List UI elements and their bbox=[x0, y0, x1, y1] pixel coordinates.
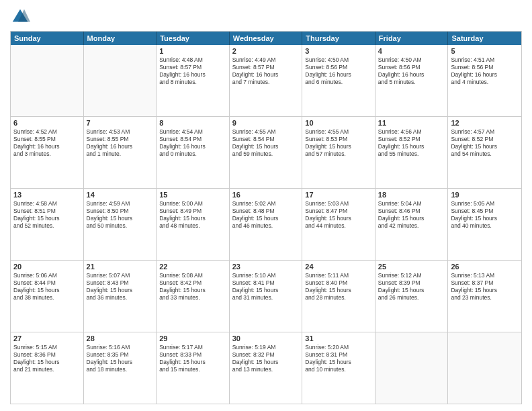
calendar-cell: 20Sunrise: 5:06 AM Sunset: 8:44 PM Dayli… bbox=[11, 261, 84, 332]
calendar-cell bbox=[11, 45, 84, 116]
calendar-cell: 8Sunrise: 4:54 AM Sunset: 8:54 PM Daylig… bbox=[157, 117, 230, 188]
cell-detail-text: Sunrise: 4:51 AM Sunset: 8:56 PM Dayligh… bbox=[451, 56, 519, 86]
cell-detail-text: Sunrise: 4:59 AM Sunset: 8:50 PM Dayligh… bbox=[87, 200, 154, 230]
cell-detail-text: Sunrise: 5:15 AM Sunset: 8:36 PM Dayligh… bbox=[13, 344, 81, 373]
header bbox=[10, 7, 522, 27]
calendar-cell: 15Sunrise: 5:00 AM Sunset: 8:49 PM Dayli… bbox=[157, 189, 230, 260]
weekday-header-monday: Monday bbox=[84, 32, 157, 45]
weekday-header-wednesday: Wednesday bbox=[230, 32, 303, 45]
cell-detail-text: Sunrise: 4:58 AM Sunset: 8:51 PM Dayligh… bbox=[13, 200, 81, 230]
cell-detail-text: Sunrise: 5:13 AM Sunset: 8:37 PM Dayligh… bbox=[451, 272, 519, 302]
day-number: 20 bbox=[13, 263, 81, 271]
cell-detail-text: Sunrise: 4:48 AM Sunset: 8:57 PM Dayligh… bbox=[159, 56, 226, 86]
calendar-cell: 2Sunrise: 4:49 AM Sunset: 8:57 PM Daylig… bbox=[230, 45, 303, 116]
cell-detail-text: Sunrise: 5:11 AM Sunset: 8:40 PM Dayligh… bbox=[305, 272, 372, 302]
calendar-cell: 24Sunrise: 5:11 AM Sunset: 8:40 PM Dayli… bbox=[302, 261, 375, 332]
calendar-cell: 1Sunrise: 4:48 AM Sunset: 8:57 PM Daylig… bbox=[157, 45, 230, 116]
calendar-cell: 18Sunrise: 5:04 AM Sunset: 8:46 PM Dayli… bbox=[375, 189, 449, 260]
logo bbox=[10, 7, 33, 27]
calendar-row-4: 27Sunrise: 5:15 AM Sunset: 8:36 PM Dayli… bbox=[11, 332, 521, 404]
calendar-row-2: 13Sunrise: 4:58 AM Sunset: 8:51 PM Dayli… bbox=[11, 188, 521, 260]
day-number: 5 bbox=[451, 47, 519, 55]
day-number: 29 bbox=[159, 334, 226, 342]
day-number: 25 bbox=[378, 263, 445, 271]
cell-detail-text: Sunrise: 4:52 AM Sunset: 8:55 PM Dayligh… bbox=[13, 128, 81, 158]
day-number: 4 bbox=[378, 47, 445, 55]
day-number: 13 bbox=[13, 191, 81, 199]
cell-detail-text: Sunrise: 4:50 AM Sunset: 8:56 PM Dayligh… bbox=[378, 56, 445, 86]
calendar-cell: 31Sunrise: 5:20 AM Sunset: 8:31 PM Dayli… bbox=[302, 332, 375, 404]
cell-detail-text: Sunrise: 4:54 AM Sunset: 8:54 PM Dayligh… bbox=[159, 128, 226, 158]
weekday-header-sunday: Sunday bbox=[11, 32, 84, 45]
cell-detail-text: Sunrise: 5:19 AM Sunset: 8:32 PM Dayligh… bbox=[232, 344, 300, 373]
calendar-cell: 28Sunrise: 5:16 AM Sunset: 8:35 PM Dayli… bbox=[84, 332, 157, 404]
cell-detail-text: Sunrise: 4:57 AM Sunset: 8:52 PM Dayligh… bbox=[451, 128, 519, 158]
calendar-cell: 16Sunrise: 5:02 AM Sunset: 8:48 PM Dayli… bbox=[230, 189, 303, 260]
cell-detail-text: Sunrise: 5:06 AM Sunset: 8:44 PM Dayligh… bbox=[13, 272, 81, 302]
cell-detail-text: Sunrise: 5:17 AM Sunset: 8:33 PM Dayligh… bbox=[159, 344, 226, 373]
calendar-cell: 4Sunrise: 4:50 AM Sunset: 8:56 PM Daylig… bbox=[375, 45, 449, 116]
calendar-cell bbox=[375, 332, 449, 404]
calendar-cell: 29Sunrise: 5:17 AM Sunset: 8:33 PM Dayli… bbox=[157, 332, 230, 404]
cell-detail-text: Sunrise: 5:07 AM Sunset: 8:43 PM Dayligh… bbox=[87, 272, 154, 302]
calendar-cell bbox=[84, 45, 157, 116]
day-number: 3 bbox=[305, 47, 372, 55]
day-number: 27 bbox=[13, 334, 81, 342]
calendar-header: SundayMondayTuesdayWednesdayThursdayFrid… bbox=[11, 32, 521, 45]
day-number: 30 bbox=[232, 334, 300, 342]
cell-detail-text: Sunrise: 4:53 AM Sunset: 8:55 PM Dayligh… bbox=[87, 128, 154, 158]
cell-detail-text: Sunrise: 5:08 AM Sunset: 8:42 PM Dayligh… bbox=[159, 272, 226, 302]
calendar: SundayMondayTuesdayWednesdayThursdayFrid… bbox=[10, 31, 522, 404]
day-number: 16 bbox=[232, 191, 300, 199]
calendar-cell: 25Sunrise: 5:12 AM Sunset: 8:39 PM Dayli… bbox=[375, 261, 449, 332]
cell-detail-text: Sunrise: 5:04 AM Sunset: 8:46 PM Dayligh… bbox=[378, 200, 445, 230]
cell-detail-text: Sunrise: 5:02 AM Sunset: 8:48 PM Dayligh… bbox=[232, 200, 300, 230]
logo-icon bbox=[10, 7, 30, 27]
day-number: 12 bbox=[451, 119, 519, 127]
cell-detail-text: Sunrise: 5:12 AM Sunset: 8:39 PM Dayligh… bbox=[378, 272, 445, 302]
day-number: 21 bbox=[87, 263, 154, 271]
calendar-cell: 21Sunrise: 5:07 AM Sunset: 8:43 PM Dayli… bbox=[84, 261, 157, 332]
day-number: 19 bbox=[451, 191, 519, 199]
day-number: 1 bbox=[159, 47, 226, 55]
weekday-header-friday: Friday bbox=[375, 32, 449, 45]
cell-detail-text: Sunrise: 5:20 AM Sunset: 8:31 PM Dayligh… bbox=[305, 344, 372, 373]
cell-detail-text: Sunrise: 5:16 AM Sunset: 8:35 PM Dayligh… bbox=[87, 344, 154, 373]
day-number: 31 bbox=[305, 334, 372, 342]
day-number: 17 bbox=[305, 191, 372, 199]
weekday-header-saturday: Saturday bbox=[448, 32, 521, 45]
cell-detail-text: Sunrise: 5:05 AM Sunset: 8:45 PM Dayligh… bbox=[451, 200, 519, 230]
day-number: 9 bbox=[232, 119, 300, 127]
weekday-header-tuesday: Tuesday bbox=[157, 32, 230, 45]
day-number: 22 bbox=[159, 263, 226, 271]
calendar-body: 1Sunrise: 4:48 AM Sunset: 8:57 PM Daylig… bbox=[11, 45, 521, 404]
calendar-cell: 14Sunrise: 4:59 AM Sunset: 8:50 PM Dayli… bbox=[84, 189, 157, 260]
calendar-cell: 9Sunrise: 4:55 AM Sunset: 8:54 PM Daylig… bbox=[230, 117, 303, 188]
day-number: 15 bbox=[159, 191, 226, 199]
calendar-cell: 30Sunrise: 5:19 AM Sunset: 8:32 PM Dayli… bbox=[230, 332, 303, 404]
calendar-cell: 12Sunrise: 4:57 AM Sunset: 8:52 PM Dayli… bbox=[448, 117, 521, 188]
day-number: 7 bbox=[87, 119, 154, 127]
calendar-row-3: 20Sunrise: 5:06 AM Sunset: 8:44 PM Dayli… bbox=[11, 260, 521, 332]
cell-detail-text: Sunrise: 5:00 AM Sunset: 8:49 PM Dayligh… bbox=[159, 200, 226, 230]
calendar-cell bbox=[448, 332, 521, 404]
day-number: 14 bbox=[87, 191, 154, 199]
day-number: 6 bbox=[13, 119, 81, 127]
calendar-cell: 5Sunrise: 4:51 AM Sunset: 8:56 PM Daylig… bbox=[448, 45, 521, 116]
day-number: 26 bbox=[451, 263, 519, 271]
cell-detail-text: Sunrise: 5:03 AM Sunset: 8:47 PM Dayligh… bbox=[305, 200, 372, 230]
day-number: 24 bbox=[305, 263, 372, 271]
day-number: 2 bbox=[232, 47, 300, 55]
day-number: 23 bbox=[232, 263, 300, 271]
day-number: 8 bbox=[159, 119, 226, 127]
calendar-cell: 3Sunrise: 4:50 AM Sunset: 8:56 PM Daylig… bbox=[302, 45, 375, 116]
day-number: 18 bbox=[378, 191, 445, 199]
calendar-cell: 10Sunrise: 4:55 AM Sunset: 8:53 PM Dayli… bbox=[302, 117, 375, 188]
cell-detail-text: Sunrise: 4:55 AM Sunset: 8:54 PM Dayligh… bbox=[232, 128, 300, 158]
page: SundayMondayTuesdayWednesdayThursdayFrid… bbox=[0, 0, 532, 411]
cell-detail-text: Sunrise: 5:10 AM Sunset: 8:41 PM Dayligh… bbox=[232, 272, 300, 302]
cell-detail-text: Sunrise: 4:56 AM Sunset: 8:52 PM Dayligh… bbox=[378, 128, 445, 158]
day-number: 11 bbox=[378, 119, 445, 127]
calendar-cell: 26Sunrise: 5:13 AM Sunset: 8:37 PM Dayli… bbox=[448, 261, 521, 332]
cell-detail-text: Sunrise: 4:49 AM Sunset: 8:57 PM Dayligh… bbox=[232, 56, 300, 86]
